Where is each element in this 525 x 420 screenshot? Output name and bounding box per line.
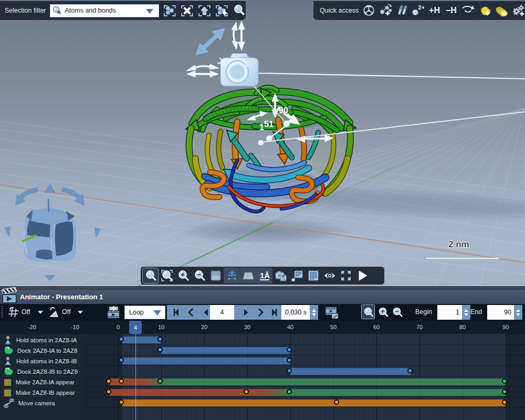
svg-text:1Å: 1Å — [260, 271, 270, 280]
svg-text:51: 51 — [264, 120, 274, 129]
svg-text:90: 90 — [279, 106, 288, 115]
svg-text:2 nm: 2 nm — [448, 239, 469, 249]
svg-text:2+: 2+ — [418, 4, 425, 10]
svg-text:1: 1 — [259, 123, 264, 132]
